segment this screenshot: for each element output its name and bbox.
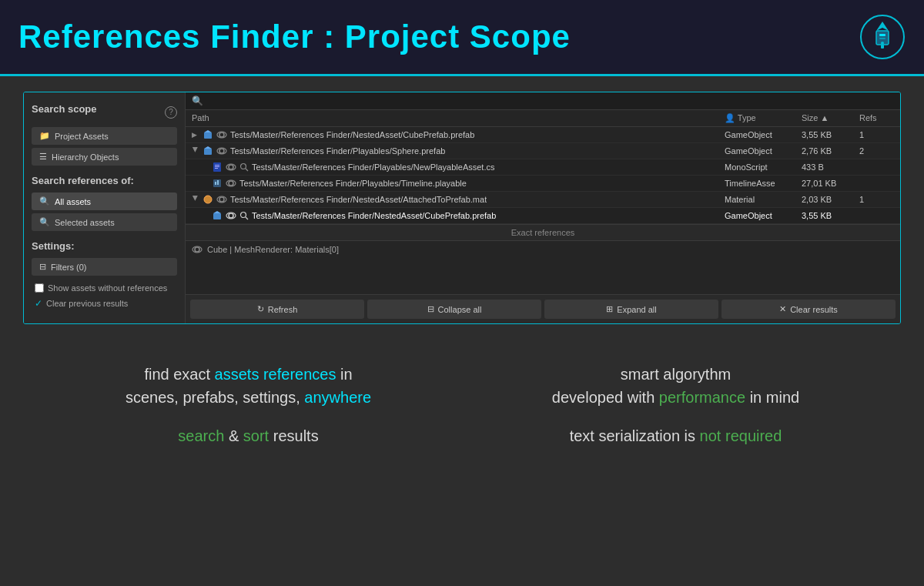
help-icon[interactable]: ? bbox=[165, 106, 177, 119]
table-row[interactable]: ▶ Tests/Master/References Finder/NestedA… bbox=[186, 127, 900, 143]
row-path-text: Tests/Master/References Finder/Playables… bbox=[230, 146, 445, 156]
selected-assets-label: Selected assets bbox=[55, 218, 115, 227]
eye-icon bbox=[226, 210, 236, 221]
search-scope-header: Search scope ? bbox=[32, 103, 177, 121]
svg-point-25 bbox=[229, 181, 233, 186]
svg-rect-23 bbox=[215, 182, 216, 185]
row-size: 2,03 KB bbox=[802, 195, 859, 204]
bottom-left: find exact assets references in scenes, … bbox=[46, 363, 450, 447]
expand-arrow[interactable]: ▶ bbox=[192, 196, 199, 203]
bottom-right-start3: text serialization is bbox=[570, 427, 700, 444]
refresh-label: Refresh bbox=[268, 305, 298, 314]
clear-previous-row: ✓ Clear previous results bbox=[32, 296, 177, 310]
settings-section: Settings: ⊟ Filters (0) Show assets with… bbox=[32, 240, 177, 310]
table-row[interactable]: ▶ Tests/Master/References Finder/NestedA… bbox=[186, 208, 900, 224]
eye-icon bbox=[226, 178, 236, 189]
project-assets-button[interactable]: 📁 Project Assets bbox=[32, 127, 177, 145]
bottom-right-line3: text serialization is not required bbox=[474, 424, 878, 447]
row-size: 3,55 KB bbox=[802, 211, 859, 220]
col-size[interactable]: Size ▲ bbox=[802, 113, 859, 123]
row-type: Material bbox=[725, 195, 802, 204]
list-icon: ☰ bbox=[39, 152, 47, 162]
selected-assets-button[interactable]: 🔍 Selected assets bbox=[32, 213, 177, 231]
all-assets-button[interactable]: 🔍 All assets bbox=[32, 193, 177, 210]
bottom-right: smart algorythm developed with performan… bbox=[474, 363, 878, 447]
expand-all-button[interactable]: ⊞ Expand all bbox=[544, 300, 718, 319]
eye-icon bbox=[216, 194, 227, 205]
svg-rect-16 bbox=[215, 166, 219, 167]
row-path: ▶ Tests/Master/References Finder/NestedA… bbox=[192, 194, 725, 205]
col-path[interactable]: Path bbox=[192, 113, 725, 123]
expand-arrow[interactable]: ▶ bbox=[192, 131, 199, 139]
refresh-button[interactable]: ↻ Refresh bbox=[190, 300, 364, 319]
show-without-refs-label: Show assets without references bbox=[48, 283, 167, 293]
script-icon bbox=[212, 162, 223, 172]
material-icon bbox=[203, 194, 213, 205]
row-path-text: Tests/Master/References Finder/Playables… bbox=[239, 179, 467, 188]
row-type: TimelineAsse bbox=[725, 179, 802, 188]
collapse-icon: ⊟ bbox=[427, 304, 434, 314]
svg-point-8 bbox=[219, 132, 224, 137]
collapse-all-button[interactable]: ⊟ Collapse all bbox=[367, 300, 541, 319]
expand-arrow[interactable]: ▶ bbox=[192, 147, 199, 155]
bottom-left-text2: scenes, prefabs, settings, bbox=[126, 389, 304, 406]
svg-rect-17 bbox=[215, 168, 218, 169]
search-small-icon bbox=[239, 211, 249, 220]
table-row[interactable]: ▶ Tests/Master/References Finder/NestedA… bbox=[186, 192, 900, 208]
exact-references-label: Exact references bbox=[511, 228, 575, 237]
svg-rect-3 bbox=[879, 38, 886, 39]
svg-point-27 bbox=[204, 196, 212, 203]
bottom-left-mid3: & bbox=[224, 427, 243, 444]
bottom-left-green2: sort bbox=[243, 427, 269, 444]
expand-all-label: Expand all bbox=[617, 305, 656, 314]
search-references-group: Search references of: 🔍 All assets 🔍 Sel… bbox=[32, 175, 177, 231]
search-icon-sm: 🔍 bbox=[39, 196, 50, 206]
table-row[interactable]: ▶ Tests/Master/References Finder/Playabl… bbox=[186, 159, 900, 176]
svg-rect-2 bbox=[879, 34, 886, 36]
search-icon: 🔍 bbox=[192, 95, 203, 106]
svg-point-28 bbox=[219, 197, 224, 202]
search-bar: 🔍 bbox=[186, 92, 900, 110]
bottom-left-cyan2: anywhere bbox=[304, 389, 371, 406]
row-path: ▶ Tests/Master/References Finder/NestedA… bbox=[192, 129, 725, 140]
clear-results-button[interactable]: ✕ Clear results bbox=[721, 300, 896, 319]
row-size: 2,76 KB bbox=[802, 146, 859, 156]
project-assets-label: Project Assets bbox=[55, 132, 109, 141]
eye-icon bbox=[226, 162, 236, 172]
bottom-right-line1: smart algorythm bbox=[474, 363, 878, 386]
hierarchy-objects-button[interactable]: ☰ Hierarchy Objects bbox=[32, 148, 177, 166]
svg-marker-7 bbox=[204, 130, 212, 132]
show-without-refs-checkbox[interactable] bbox=[35, 283, 44, 293]
row-type: GameObject bbox=[725, 146, 802, 156]
bottom-left-line1: find exact assets references in bbox=[46, 363, 450, 386]
page-title: References Finder : Project Scope bbox=[18, 18, 571, 55]
header: References Finder : Project Scope bbox=[0, 0, 924, 76]
bottom-left-green1: search bbox=[178, 427, 224, 444]
table-body: ▶ Tests/Master/References Finder/NestedA… bbox=[186, 127, 900, 294]
row-type: GameObject bbox=[725, 130, 802, 139]
col-type[interactable]: 👤 Type bbox=[725, 113, 802, 123]
svg-rect-10 bbox=[204, 149, 212, 155]
row-refs: 1 bbox=[859, 130, 894, 139]
table-row[interactable]: ▶ Tests/Master/References Finder/Playabl… bbox=[186, 143, 900, 159]
search-input[interactable] bbox=[208, 95, 894, 106]
bottom-left-cyan1: assets references bbox=[215, 366, 336, 383]
col-refs[interactable]: Refs bbox=[859, 113, 894, 123]
svg-rect-24 bbox=[217, 180, 219, 185]
bottom-right-line2: developed with performance in mind bbox=[474, 386, 878, 409]
row-size: 27,01 KB bbox=[802, 179, 859, 188]
row-path-text: Tests/Master/References Finder/NestedAss… bbox=[252, 211, 496, 220]
svg-rect-15 bbox=[215, 165, 219, 166]
bottom-section: find exact assets references in scenes, … bbox=[0, 340, 924, 470]
asset-icon bbox=[212, 178, 223, 189]
search-references-label: Search references of: bbox=[32, 175, 177, 186]
filters-button[interactable]: ⊟ Filters (0) bbox=[32, 258, 177, 276]
table-header: Path 👤 Type Size ▲ Refs bbox=[186, 110, 900, 127]
clear-icon: ✕ bbox=[779, 304, 786, 314]
row-path: ▶ Tests/Master/References Finder/Playabl… bbox=[201, 162, 725, 172]
logo-icon bbox=[859, 14, 906, 60]
table-row[interactable]: ▶ Tests/Master/References Finder/Playabl… bbox=[186, 176, 900, 192]
exact-references-header: Exact references bbox=[186, 224, 900, 241]
hierarchy-objects-label: Hierarchy Objects bbox=[52, 152, 119, 162]
eye-icon bbox=[216, 129, 227, 140]
